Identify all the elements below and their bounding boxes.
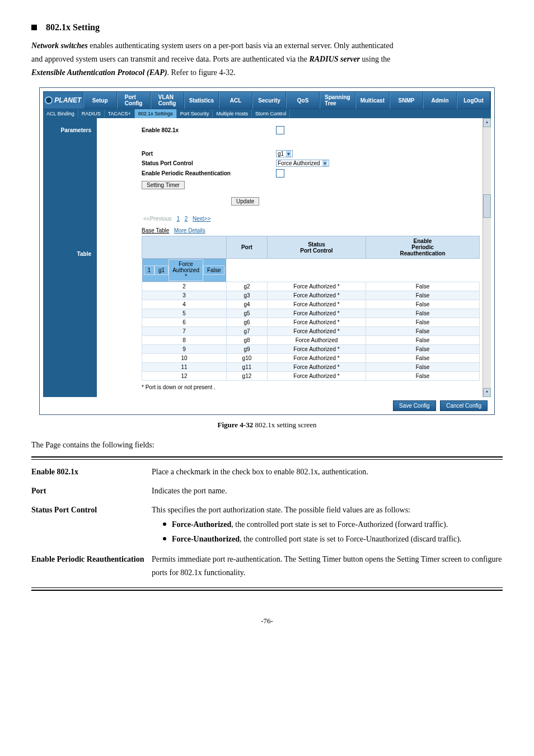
- field-desc-epr: Permits immediate port re-authentication…: [152, 553, 503, 580]
- update-button[interactable]: Update: [231, 197, 259, 206]
- nav-item[interactable]: Multicast: [355, 92, 390, 109]
- table-row[interactable]: 4g4Force Authorized *False: [142, 300, 480, 309]
- bullet-force-authorized: Force-Authorized, the controlled port st…: [163, 518, 503, 531]
- field-desc-spc: This specifies the port authorization st…: [152, 503, 503, 517]
- bullet-force-unauthorized: Force-Unauthorized, the controlled port …: [163, 533, 503, 546]
- subnav-item[interactable]: Port Security: [177, 109, 213, 118]
- nav-item[interactable]: PortConfig: [117, 92, 151, 109]
- pager-1[interactable]: 1: [176, 216, 180, 222]
- enable-periodic-reauth-checkbox[interactable]: [276, 169, 284, 178]
- nav-item[interactable]: LogOut: [457, 92, 490, 109]
- enable-8021x-checkbox[interactable]: [276, 126, 284, 134]
- table-row[interactable]: 6g6Force Authorized *False: [142, 318, 480, 327]
- bullet-dot-icon: [163, 537, 166, 540]
- pager-next[interactable]: Next>>: [193, 216, 210, 222]
- globe-icon: [45, 96, 53, 104]
- port-table: Port StatusPort Control EnablePeriodicRe…: [142, 236, 480, 381]
- cancel-config-button[interactable]: Cancel Config: [440, 400, 488, 411]
- page-number: -76-: [31, 617, 503, 626]
- section-title: 802.1x Setting: [46, 22, 100, 32]
- table-row[interactable]: 5g5Force Authorized *False: [142, 309, 480, 318]
- subnav-item[interactable]: TACACS+: [105, 109, 135, 118]
- main-pane: ▴ ▾ Enable 802.1x Port g1▾ Status Port C…: [97, 118, 491, 397]
- enable-periodic-reauth-label: Enable Periodic Reauthentication: [142, 170, 276, 176]
- scroll-thumb[interactable]: [483, 194, 491, 218]
- status-port-control-select[interactable]: Force Authorized▾: [276, 160, 329, 167]
- nav-item[interactable]: Security: [252, 92, 286, 109]
- bullet-dot-icon: [163, 522, 166, 526]
- base-table-link[interactable]: Base Table: [142, 227, 169, 234]
- divider: [31, 456, 503, 460]
- status-port-control-label: Status Port Control: [142, 160, 276, 166]
- chevron-down-icon: ▾: [322, 160, 327, 166]
- port-label: Port: [142, 151, 276, 157]
- pager-prev[interactable]: <<Previous: [143, 216, 172, 222]
- nav-item[interactable]: VLANConfig: [151, 92, 184, 109]
- subnav-item[interactable]: RADIUS: [78, 109, 105, 118]
- subnav-item[interactable]: ACL Binding: [43, 109, 78, 118]
- table-row[interactable]: 7g7Force Authorized *False: [142, 327, 480, 336]
- table-row[interactable]: 3g3Force Authorized *False: [142, 291, 480, 300]
- nav-item[interactable]: SNMP: [390, 92, 423, 109]
- pager: <<Previous 1 2 Next>>: [142, 216, 480, 222]
- col-port: Port: [226, 236, 267, 259]
- nav-item[interactable]: Admin: [423, 92, 457, 109]
- field-label-spc: Status Port Control: [31, 503, 152, 547]
- nav-item[interactable]: SpanningTree: [320, 92, 355, 109]
- table-row[interactable]: 11g11Force Authorized *False: [142, 363, 480, 372]
- setting-timer-button[interactable]: Setting Timer: [142, 181, 185, 189]
- nav-item[interactable]: Setup: [83, 92, 117, 109]
- subnav-item[interactable]: 802.1x Settings: [135, 109, 177, 118]
- side-labels: Parameters Table: [43, 118, 97, 397]
- intro-text: Network switches enables authenticating …: [31, 39, 503, 80]
- col-index: [142, 236, 227, 259]
- top-nav: PLANET SetupPortConfigVLANConfigStatisti…: [43, 91, 491, 109]
- enable-8021x-label: Enable 802.1x: [142, 127, 276, 133]
- fields-intro: The Page contains the following fields:: [31, 438, 503, 452]
- pager-2[interactable]: 2: [185, 216, 188, 222]
- figure-caption: Figure 4-32 802.1x setting screen: [31, 421, 503, 430]
- more-details-link[interactable]: More Details: [174, 227, 205, 234]
- footnote: * Port is down or not present .: [142, 384, 480, 390]
- nav-item[interactable]: QoS: [286, 92, 320, 109]
- sub-nav: ACL BindingRADIUSTACACS+802.1x SettingsP…: [43, 109, 491, 118]
- field-label-epr: Enable Periodic Reauthentication: [31, 553, 152, 580]
- screenshot-figure: PLANET SetupPortConfigVLANConfigStatisti…: [39, 87, 495, 415]
- table-row[interactable]: 9g9Force Authorized *False: [142, 345, 480, 354]
- table-row[interactable]: 10g10Force Authorized *False: [142, 354, 480, 363]
- divider: [31, 587, 503, 591]
- table-row[interactable]: 1g1Force Authorized *False: [142, 259, 227, 282]
- port-select[interactable]: g1▾: [276, 150, 293, 157]
- field-desc-port: Indicates the port name.: [152, 484, 503, 498]
- subnav-item[interactable]: Storm Control: [252, 109, 291, 118]
- save-config-button[interactable]: Save Config: [393, 400, 435, 411]
- subnav-item[interactable]: Multiple Hosts: [213, 109, 252, 118]
- field-desc-enable-8021x: Place a checkmark in the check box to en…: [152, 465, 503, 479]
- table-row[interactable]: 12g12Force Authorized *False: [142, 372, 480, 381]
- scroll-up-icon[interactable]: ▴: [483, 118, 491, 127]
- col-epr: EnablePeriodicReauthentication: [366, 236, 480, 259]
- chevron-down-icon: ▾: [286, 151, 291, 157]
- nav-item[interactable]: ACL: [219, 92, 252, 109]
- brand-logo: PLANET: [44, 92, 83, 109]
- field-label-port: Port: [31, 484, 152, 498]
- scrollbar[interactable]: ▴ ▾: [483, 118, 491, 397]
- bullet-square-icon: [31, 25, 37, 30]
- table-row[interactable]: 8g8Force AuthorizedFalse: [142, 336, 480, 345]
- section-heading: 802.1x Setting: [31, 22, 503, 32]
- scroll-down-icon[interactable]: ▾: [483, 388, 491, 397]
- col-status: StatusPort Control: [267, 236, 366, 259]
- side-table-label: Table: [43, 167, 97, 291]
- field-label-enable-8021x: Enable 802.1x: [31, 465, 152, 479]
- nav-item[interactable]: Statistics: [184, 92, 219, 109]
- table-row[interactable]: 2g2Force Authorized *False: [142, 282, 480, 291]
- side-parameters-label: Parameters: [43, 124, 97, 167]
